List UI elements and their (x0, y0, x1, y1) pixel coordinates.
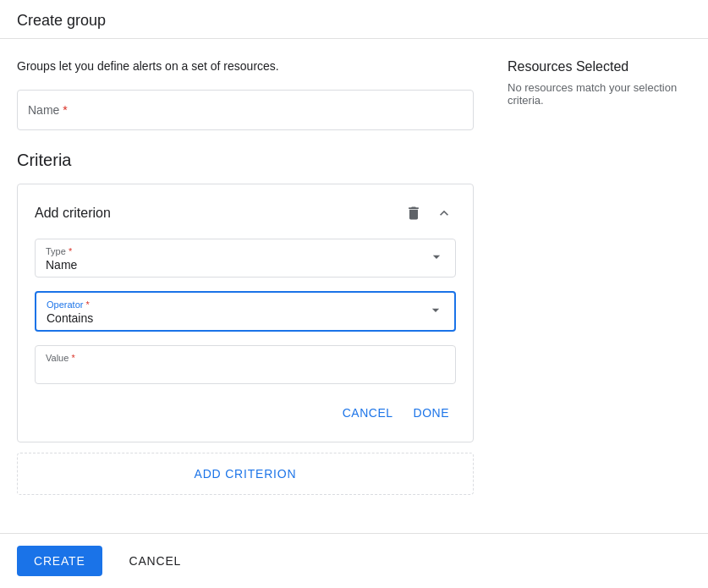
create-button[interactable]: CREATE (17, 546, 102, 576)
page-body: Groups let you define alerts on a set of… (0, 39, 708, 515)
criterion-done-button[interactable]: DONE (407, 401, 456, 425)
description-text: Groups let you define alerts on a set of… (17, 59, 474, 73)
criterion-header-actions (402, 201, 456, 225)
criterion-actions: CANCEL DONE (35, 401, 456, 425)
name-input-container: Name * (17, 90, 474, 130)
resources-empty-text: No resources match your selection criter… (508, 81, 691, 107)
criteria-section: Criteria Add criterion (17, 151, 474, 495)
name-field-wrapper: Name * (17, 90, 474, 130)
operator-select-wrapper: Operator * Contains Contains Does not co… (35, 291, 456, 332)
add-criterion-button[interactable]: ADD CRITERION (17, 453, 474, 495)
resources-title: Resources Selected (508, 59, 691, 74)
trash-icon (405, 205, 422, 222)
name-input[interactable] (28, 103, 463, 117)
cancel-button[interactable]: CANCEL (113, 546, 199, 576)
criterion-card: Add criterion (17, 184, 474, 442)
criterion-header-title: Add criterion (35, 206, 111, 221)
page-footer: CREATE CANCEL (0, 533, 708, 588)
value-input[interactable] (46, 365, 445, 378)
type-select-wrapper: Type * Name Name Tag Region (35, 239, 456, 278)
criterion-cancel-button[interactable]: CANCEL (336, 401, 400, 425)
page-header: Create group (0, 0, 708, 39)
value-field-group: Value * (35, 345, 456, 384)
page-title: Create group (17, 12, 691, 30)
criterion-header: Add criterion (35, 201, 456, 225)
criteria-title: Criteria (17, 151, 474, 170)
chevron-up-icon (436, 205, 453, 222)
value-field-wrapper: Value * (35, 345, 456, 384)
left-panel: Groups let you define alerts on a set of… (17, 59, 474, 495)
value-label: Value * (46, 353, 445, 363)
collapse-criterion-button[interactable] (432, 201, 456, 225)
delete-criterion-button[interactable] (402, 201, 425, 225)
right-panel: Resources Selected No resources match yo… (508, 59, 691, 495)
operator-field-group: Operator * Contains Contains Does not co… (35, 291, 456, 332)
type-field-group: Type * Name Name Tag Region (35, 239, 456, 278)
